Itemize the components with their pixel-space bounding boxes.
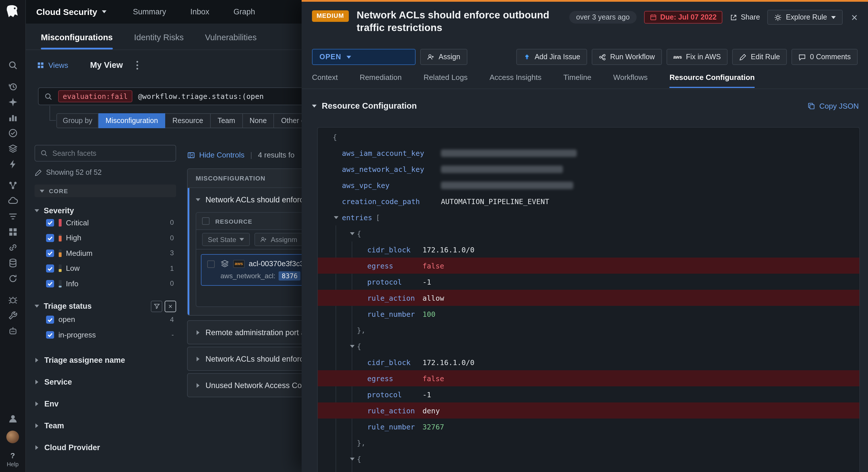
clear-filter-icon[interactable]: × xyxy=(165,300,176,312)
database-icon[interactable] xyxy=(8,258,18,268)
checkbox-checked[interactable] xyxy=(46,280,54,288)
due-date-badge[interactable]: Due: Jul 07 2022 xyxy=(644,11,722,24)
assignment-button[interactable]: Assignm xyxy=(255,233,303,246)
facet-row-critical[interactable]: Critical 0 xyxy=(34,215,176,230)
hide-controls-button[interactable]: Hide Controls xyxy=(187,150,245,159)
lightning-icon[interactable] xyxy=(8,159,18,169)
cluster-icon[interactable] xyxy=(8,180,18,190)
help-label[interactable]: Help xyxy=(7,461,19,467)
person-icon[interactable] xyxy=(8,414,18,424)
checkbox-checked[interactable] xyxy=(46,234,54,242)
current-view-name[interactable]: My View xyxy=(90,60,123,70)
nav-inbox[interactable]: Inbox xyxy=(190,7,209,16)
panel-header: MEDIUM Network ACLs should enforce outbo… xyxy=(302,2,868,34)
assign-button[interactable]: Assign xyxy=(420,49,467,65)
search-icon[interactable] xyxy=(8,60,18,70)
link-icon[interactable] xyxy=(8,243,18,252)
chevron-down-icon[interactable] xyxy=(312,104,317,107)
views-menu[interactable]: Views xyxy=(37,61,68,69)
tab-identity-risks[interactable]: Identity Risks xyxy=(134,33,184,49)
facet-row-medium[interactable]: Medium 3 xyxy=(34,245,176,261)
group-by-misconfiguration[interactable]: Misconfiguration xyxy=(99,113,165,128)
nav-summary[interactable]: Summary xyxy=(133,7,166,16)
filter-lines-icon[interactable] xyxy=(8,211,18,221)
explore-rule-button[interactable]: Explore Rule xyxy=(768,10,843,25)
add-jira-issue-button[interactable]: Add Jira Issue xyxy=(516,49,587,65)
group-by-team[interactable]: Team xyxy=(211,113,243,128)
tab-vulnerabilities[interactable]: Vulnerabilities xyxy=(205,33,256,49)
facet-group-service[interactable]: Service xyxy=(34,371,176,393)
checkbox-checked[interactable] xyxy=(46,249,54,257)
facet-search[interactable] xyxy=(34,145,176,162)
datadog-logo-icon[interactable] xyxy=(5,4,20,19)
robot-icon[interactable] xyxy=(8,326,18,336)
fix-in-aws-button[interactable]: aws Fix in AWS xyxy=(666,49,728,65)
tab-workflows[interactable]: Workflows xyxy=(613,73,648,88)
comments-button[interactable]: 0 Comments xyxy=(792,49,858,65)
filter-funnel-icon[interactable] xyxy=(151,300,162,312)
check-circle-icon[interactable] xyxy=(8,128,18,138)
group-by-none[interactable]: None xyxy=(243,113,274,128)
help-question-mark[interactable]: ? xyxy=(10,451,15,460)
nav-graph[interactable]: Graph xyxy=(234,7,255,16)
product-switcher[interactable]: Cloud Security xyxy=(36,7,106,17)
facet-group-team[interactable]: Team xyxy=(34,415,176,437)
history-icon[interactable] xyxy=(8,81,18,92)
copy-json-button[interactable]: Copy JSON xyxy=(808,101,859,110)
collapse-toggle-icon[interactable] xyxy=(348,232,357,235)
facet-row-info[interactable]: Info 0 xyxy=(34,276,176,291)
facet-group-cloud-provider[interactable]: Cloud Provider xyxy=(34,437,176,459)
edit-rule-button[interactable]: Edit Rule xyxy=(733,49,787,65)
tab-related-logs[interactable]: Related Logs xyxy=(424,73,468,88)
section-title: Resource Configuration xyxy=(322,101,417,110)
tab-timeline[interactable]: Timeline xyxy=(563,73,591,88)
bug-icon[interactable] xyxy=(8,295,18,305)
checkbox-checked[interactable] xyxy=(46,331,54,339)
tab-remediation[interactable]: Remediation xyxy=(360,73,402,88)
checkbox-checked[interactable] xyxy=(46,316,54,324)
kebab-menu-icon[interactable] xyxy=(137,64,138,66)
sync-icon[interactable] xyxy=(8,274,18,283)
tab-access-insights[interactable]: Access Insights xyxy=(490,73,541,88)
close-panel-icon[interactable]: × xyxy=(851,12,858,23)
group-by-resource[interactable]: Resource xyxy=(165,113,211,128)
checkbox-unchecked[interactable] xyxy=(202,217,210,225)
run-workflow-button[interactable]: Run Workflow xyxy=(592,49,662,65)
pencil-icon[interactable] xyxy=(34,169,42,176)
cloud-icon[interactable] xyxy=(8,196,18,206)
chevron-down-icon xyxy=(831,16,836,19)
tab-resource-configuration[interactable]: Resource Configuration xyxy=(670,73,754,88)
user-avatar[interactable] xyxy=(6,431,19,443)
collapse-toggle-icon[interactable] xyxy=(348,345,357,347)
facet-group-env[interactable]: Env xyxy=(34,393,176,415)
facet-row-in-progress[interactable]: in-progress - xyxy=(34,327,176,342)
bar-chart-icon[interactable] xyxy=(8,113,18,123)
set-state-button[interactable]: Set State xyxy=(202,233,250,246)
facet-search-input[interactable] xyxy=(52,149,170,157)
checkbox-checked[interactable] xyxy=(46,219,54,227)
facet-group-severity[interactable]: Severity xyxy=(34,206,176,215)
facet-row-low[interactable]: Low 1 xyxy=(34,261,176,276)
checkbox-unchecked[interactable] xyxy=(207,261,215,268)
comment-icon xyxy=(798,53,806,61)
resource-attribute-value: 8376 xyxy=(279,271,301,280)
query-filter-pill[interactable]: evaluation:fail xyxy=(58,90,132,102)
apps-grid-icon[interactable] xyxy=(8,227,18,237)
query-text[interactable]: @workflow.triage.status:(open xyxy=(138,92,264,101)
wrench-icon[interactable] xyxy=(8,310,18,320)
facet-group-triage-assignee[interactable]: Triage assignee name xyxy=(34,349,176,371)
core-facet-group[interactable]: CORE xyxy=(34,184,176,197)
share-button[interactable]: Share xyxy=(730,13,760,21)
facet-group-triage-status[interactable]: Triage status × xyxy=(34,300,176,312)
checkbox-checked[interactable] xyxy=(46,265,54,272)
collapse-toggle-icon[interactable] xyxy=(332,216,341,219)
status-dropdown[interactable]: OPEN xyxy=(312,49,415,65)
collapse-toggle-icon[interactable] xyxy=(348,457,357,460)
layers-icon[interactable] xyxy=(8,144,18,154)
facet-row-high[interactable]: High 0 xyxy=(34,230,176,245)
sparkles-icon[interactable] xyxy=(8,97,18,107)
facet-label: Medium xyxy=(66,249,93,258)
tab-context[interactable]: Context xyxy=(312,73,338,88)
tab-misconfigurations[interactable]: Misconfigurations xyxy=(41,33,113,49)
facet-row-open[interactable]: open 4 xyxy=(34,312,176,327)
